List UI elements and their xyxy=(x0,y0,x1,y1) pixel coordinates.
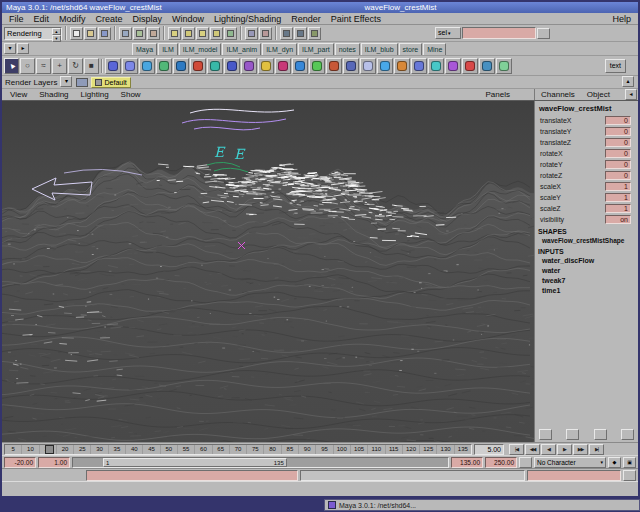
select-by-component-icon[interactable] xyxy=(147,27,160,40)
range-slider-bar[interactable]: 1 135 xyxy=(103,458,287,467)
menu-window[interactable]: Window xyxy=(167,14,209,24)
channel-value-field[interactable]: 1 xyxy=(605,204,631,213)
shelf-button-4[interactable] xyxy=(156,58,172,74)
shelf-button-5[interactable] xyxy=(173,58,189,74)
viewport-menu-view[interactable]: View xyxy=(4,90,33,99)
input-node[interactable]: tweak7 xyxy=(535,276,638,286)
playback-start-field[interactable]: 1.00 xyxy=(38,457,70,468)
range-slider-options-button[interactable] xyxy=(519,457,532,468)
shelf-button-17[interactable] xyxy=(377,58,393,74)
viewport-menu-shading[interactable]: Shading xyxy=(33,90,74,99)
shelf-button-23[interactable] xyxy=(479,58,495,74)
current-render-layer-button[interactable]: Default xyxy=(91,77,130,88)
shelf-button-1[interactable] xyxy=(105,58,121,74)
auto-keyframe-button[interactable]: ◆ xyxy=(608,457,621,468)
menu-paint-effects[interactable]: Paint Effects xyxy=(326,14,386,24)
shelf-tab-mine[interactable]: Mine xyxy=(423,43,446,55)
shelf-tab-maya[interactable]: Maya xyxy=(132,43,157,55)
channel-box-button-1[interactable] xyxy=(539,429,552,440)
viewport-canvas[interactable] xyxy=(2,101,534,442)
shelf-button-12[interactable] xyxy=(292,58,308,74)
open-scene-icon[interactable] xyxy=(84,27,97,40)
play-backward-button[interactable]: ◀ xyxy=(541,444,556,455)
panels-menu[interactable]: Panels xyxy=(486,90,510,99)
menu-set-spinner-icon[interactable]: ▴▾ xyxy=(52,28,61,39)
snap-to-view-plane-icon[interactable] xyxy=(210,27,223,40)
background-window-titlebar[interactable]: Maya 3.0.1: /net/shd64... xyxy=(324,499,640,511)
channel-value-field[interactable]: 0 xyxy=(605,138,631,147)
channel-node-name[interactable]: waveFlow_crestMist xyxy=(535,101,638,115)
shelf-tab-ilm-dyn[interactable]: ILM_dyn xyxy=(262,43,297,55)
shelf-button-19[interactable] xyxy=(411,58,427,74)
channel-value-field[interactable]: 0 xyxy=(605,127,631,136)
shelf-button-18[interactable] xyxy=(394,58,410,74)
shelf-button-13[interactable] xyxy=(309,58,325,74)
shelf-tab-notes[interactable]: notes xyxy=(335,43,360,55)
paint-select-tool-icon[interactable]: ≈ xyxy=(36,58,51,74)
channel-value-field[interactable]: 0 xyxy=(605,160,631,169)
object-menu[interactable]: Object xyxy=(587,90,610,99)
channel-box-button-4[interactable] xyxy=(621,429,634,440)
select-by-hierarchy-icon[interactable] xyxy=(119,27,132,40)
channel-value-field[interactable]: 1 xyxy=(605,182,631,191)
menu-help[interactable]: Help xyxy=(607,14,636,24)
menu-file[interactable]: File xyxy=(4,14,29,24)
shelf-button-16[interactable] xyxy=(360,58,376,74)
channel-value-field[interactable]: 0 xyxy=(605,149,631,158)
channel-value-field[interactable]: on xyxy=(605,215,631,224)
construction-history-icon[interactable] xyxy=(259,27,272,40)
menu-modify[interactable]: Modify xyxy=(54,14,91,24)
character-menu[interactable]: No Character ▾ xyxy=(534,457,606,468)
move-tool-icon[interactable]: + xyxy=(52,58,67,74)
input-node[interactable]: water_discFlow xyxy=(535,256,638,266)
viewport-menu-show[interactable]: Show xyxy=(115,90,147,99)
toolbar-end-button[interactable] xyxy=(537,28,550,39)
select-tool-icon[interactable]: ▲ xyxy=(4,58,19,74)
menu-display[interactable]: Display xyxy=(128,14,168,24)
shelf-edit-button[interactable]: ▸ xyxy=(17,43,29,54)
render-current-frame-icon[interactable] xyxy=(280,27,293,40)
channel-box-collapse-button[interactable]: ◂ xyxy=(625,89,637,100)
save-scene-icon[interactable] xyxy=(98,27,111,40)
shelf-tab-ilm-blub[interactable]: ILM_blub xyxy=(361,43,398,55)
shelf-button-22[interactable] xyxy=(462,58,478,74)
channel-value-field[interactable]: 0 xyxy=(605,171,631,180)
play-forward-button[interactable]: ▶ xyxy=(557,444,572,455)
animation-start-field[interactable]: -20.00 xyxy=(4,457,36,468)
shelf-menu-button[interactable]: ▾ xyxy=(4,43,16,54)
menu-lighting-shading[interactable]: Lighting/Shading xyxy=(209,14,286,24)
shelf-button-8[interactable] xyxy=(224,58,240,74)
render-layers-scroll-button[interactable]: ▴ xyxy=(622,76,634,87)
input-node[interactable]: water xyxy=(535,266,638,276)
channel-box-button-3[interactable] xyxy=(594,429,607,440)
snap-to-curve-icon[interactable] xyxy=(182,27,195,40)
shelf-tab-ilm-model[interactable]: ILM_model xyxy=(179,43,222,55)
script-editor-button[interactable] xyxy=(623,470,636,481)
selection-mask-menu[interactable]: sel ▾ xyxy=(435,27,461,39)
shelf-button-11[interactable] xyxy=(275,58,291,74)
current-time-indicator[interactable] xyxy=(45,445,54,454)
input-node[interactable]: time1 xyxy=(535,286,638,296)
render-layers-menu-button[interactable]: ▾ xyxy=(60,76,72,87)
shape-node-name[interactable]: waveFlow_crestMistShape xyxy=(535,236,638,245)
range-bar-start-handle[interactable]: 1 xyxy=(106,459,109,466)
new-scene-icon[interactable] xyxy=(70,27,83,40)
shelf-button-10[interactable] xyxy=(258,58,274,74)
shelf-button-15[interactable] xyxy=(343,58,359,74)
playback-end-field[interactable]: 135.00 xyxy=(451,457,483,468)
shelf-tab-store[interactable]: store xyxy=(399,43,423,55)
menu-set-selector[interactable]: Rendering ▴▾ xyxy=(4,27,62,40)
shelf-button-2[interactable] xyxy=(122,58,138,74)
shelf-button-24[interactable] xyxy=(496,58,512,74)
rotate-tool-icon[interactable]: ↻ xyxy=(68,58,83,74)
time-slider[interactable]: 5101520253035404550556065707580859095100… xyxy=(4,444,472,455)
shelf-tab-ilm[interactable]: ILM xyxy=(158,43,178,55)
shelf-item-text[interactable]: text xyxy=(605,59,626,73)
current-time-field[interactable]: 5.00 xyxy=(474,444,504,455)
window-titlebar[interactable]: Maya 3.0.1: /net/shd64 waveFlow_crestMis… xyxy=(2,2,638,13)
menu-edit[interactable]: Edit xyxy=(29,14,55,24)
go-to-end-button[interactable]: ▶| xyxy=(589,444,604,455)
snap-to-grid-icon[interactable] xyxy=(168,27,181,40)
select-by-object-icon[interactable] xyxy=(133,27,146,40)
shelf-tab-ilm-anim[interactable]: ILM_anim xyxy=(222,43,261,55)
